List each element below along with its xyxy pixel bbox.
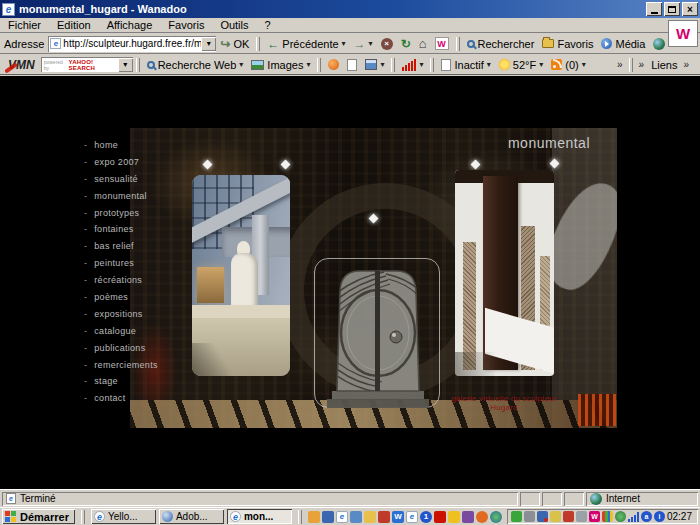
- ql-ie2-icon[interactable]: e: [406, 511, 418, 523]
- nav-item-recreations[interactable]: -récréations: [84, 275, 158, 292]
- ql-window-icon[interactable]: [350, 511, 362, 523]
- maximize-button[interactable]: [664, 2, 680, 16]
- tray-network-offline-icon[interactable]: [537, 511, 548, 522]
- tray-signal-bars-icon[interactable]: [628, 512, 639, 522]
- images-dropdown-icon[interactable]: ▾: [306, 60, 310, 69]
- weather-button[interactable]: 52°F ▾: [495, 56, 547, 74]
- tray-info-icon[interactable]: i: [654, 511, 665, 522]
- ql-globe-icon[interactable]: [490, 511, 502, 523]
- menu-favoris[interactable]: Favoris: [168, 19, 204, 31]
- messenger-dropdown-icon[interactable]: ▾: [380, 60, 384, 69]
- tray-colorful-icon[interactable]: [602, 511, 613, 522]
- menu-aide[interactable]: ?: [265, 19, 271, 31]
- nav-item-publications[interactable]: -publications: [84, 343, 158, 360]
- go-button[interactable]: ↪ OK: [216, 35, 253, 53]
- ql-firefox-icon[interactable]: [476, 511, 488, 523]
- nav-item-sensualite[interactable]: -sensualité: [84, 174, 158, 191]
- ie-task-icon: e: [230, 511, 241, 522]
- history-button[interactable]: [649, 35, 669, 53]
- media-button[interactable]: Média: [597, 35, 649, 53]
- forward-dropdown-icon[interactable]: ▾: [369, 39, 373, 48]
- tray-updates-icon[interactable]: [511, 511, 522, 522]
- forward-button[interactable]: → ▾: [350, 35, 377, 53]
- tray-green-ball-icon[interactable]: [615, 511, 626, 522]
- start-button[interactable]: Démarrer: [2, 509, 75, 524]
- stone-sculpture-drawing: [324, 263, 432, 411]
- weather-dropdown-icon[interactable]: ▾: [539, 60, 543, 69]
- menu-fichier[interactable]: Fichier: [8, 19, 41, 31]
- nav-item-prototypes[interactable]: -prototypes: [84, 208, 158, 225]
- ql-media-icon[interactable]: [364, 511, 376, 523]
- ql-word-icon[interactable]: W: [392, 511, 404, 523]
- address-input[interactable]: e http://sculpteur.hugard.free.fr/monume…: [48, 36, 216, 52]
- mail-button[interactable]: [343, 56, 361, 74]
- links-overflow-chevron[interactable]: »: [636, 59, 648, 70]
- favorites-button[interactable]: Favoris: [538, 35, 597, 53]
- nav-item-home[interactable]: -home: [84, 140, 158, 157]
- nav-item-bas-relief[interactable]: -bas relief: [84, 241, 158, 258]
- yahoo-search-dropdown[interactable]: ▾: [118, 58, 133, 72]
- refresh-button[interactable]: ↻: [397, 35, 415, 53]
- back-dropdown-icon[interactable]: ▾: [342, 39, 346, 48]
- home-button[interactable]: ⌂: [415, 35, 431, 53]
- back-button[interactable]: ← Précédente ▾: [263, 35, 349, 53]
- web-search-dropdown-icon[interactable]: ▾: [239, 60, 243, 69]
- tray-pen-icon[interactable]: [550, 511, 561, 522]
- toolbar-overflow-chevron[interactable]: »: [614, 59, 626, 70]
- tray-home-icon[interactable]: [563, 511, 574, 522]
- rss-button[interactable]: (0) ▾: [547, 56, 589, 74]
- address-url[interactable]: http://sculpteur.hugard.free.fr/monument…: [61, 38, 201, 49]
- ql-red-app-icon[interactable]: [378, 511, 390, 523]
- signal-dropdown-icon[interactable]: ▾: [419, 60, 423, 69]
- nav-item-expo-2007[interactable]: -expo 2007: [84, 157, 158, 174]
- stop-button[interactable]: ×: [377, 35, 397, 53]
- yahoo-search-input[interactable]: powered by YAHOO! SEARCH ▾: [41, 57, 133, 72]
- photo-sculpture-atrium[interactable]: [192, 175, 290, 376]
- ql-purple-app-icon[interactable]: [462, 511, 474, 523]
- task-button-monumental-active[interactable]: e mon...: [227, 509, 292, 524]
- ql-photo-icon[interactable]: [322, 511, 334, 523]
- photo-stone-sculpture-framed[interactable]: [314, 258, 440, 408]
- tray-wanadoo-icon[interactable]: W: [589, 511, 600, 522]
- links-chevron-icon[interactable]: »: [680, 59, 692, 70]
- task-button-adobe[interactable]: Adob...: [159, 509, 224, 524]
- nav-item-monumental[interactable]: -monumental: [84, 191, 158, 208]
- tray-volume-icon[interactable]: [524, 511, 535, 522]
- wanadoo-button[interactable]: W: [431, 35, 453, 53]
- ql-lightning-icon[interactable]: [448, 511, 460, 523]
- minimize-button[interactable]: [646, 2, 662, 16]
- history-globe-icon: [653, 38, 665, 50]
- nav-item-peintures[interactable]: -peintures: [84, 258, 158, 275]
- menu-outils[interactable]: Outils: [220, 19, 248, 31]
- tray-monitor-icon[interactable]: [576, 511, 587, 522]
- nav-item-poemes[interactable]: -poèmes: [84, 292, 158, 309]
- ql-ie-icon[interactable]: e: [336, 511, 348, 523]
- ql-folder-icon[interactable]: [308, 511, 320, 523]
- web-search-button[interactable]: Recherche Web ▾: [143, 56, 248, 74]
- nav-item-fontaines[interactable]: -fontaines: [84, 224, 158, 241]
- photo-stone-pillars[interactable]: [455, 170, 554, 376]
- menu-affichage[interactable]: Affichage: [107, 19, 153, 31]
- ql-one-icon[interactable]: 1: [420, 511, 432, 523]
- taskbar-clock[interactable]: 02:27: [667, 511, 694, 522]
- status-inactif-button[interactable]: Inactif ▾: [437, 56, 494, 74]
- close-button[interactable]: ×: [682, 2, 698, 16]
- nav-item-stage[interactable]: -stage: [84, 376, 158, 393]
- menu-edition[interactable]: Edition: [57, 19, 91, 31]
- signal-button[interactable]: ▾: [398, 56, 427, 74]
- nav-item-contact[interactable]: -contact: [84, 393, 158, 410]
- nav-item-remerciements[interactable]: -remerciements: [84, 360, 158, 377]
- radio-button[interactable]: [324, 56, 343, 74]
- tray-a-icon[interactable]: a: [641, 511, 652, 522]
- address-dropdown-button[interactable]: ▾: [201, 37, 216, 51]
- images-button[interactable]: Images ▾: [247, 56, 314, 74]
- messenger-button[interactable]: ▾: [361, 56, 388, 74]
- nav-item-catalogue[interactable]: -catalogue: [84, 326, 158, 343]
- nav-item-expositions[interactable]: -expositions: [84, 309, 158, 326]
- links-bar[interactable]: Liens »: [647, 56, 696, 74]
- rss-dropdown-icon[interactable]: ▾: [582, 60, 586, 69]
- search-button[interactable]: Rechercher: [463, 35, 539, 53]
- task-button-yellow[interactable]: e Yello...: [91, 509, 156, 524]
- status-dropdown-icon[interactable]: ▾: [487, 60, 491, 69]
- ql-red-bar-icon[interactable]: [434, 511, 446, 523]
